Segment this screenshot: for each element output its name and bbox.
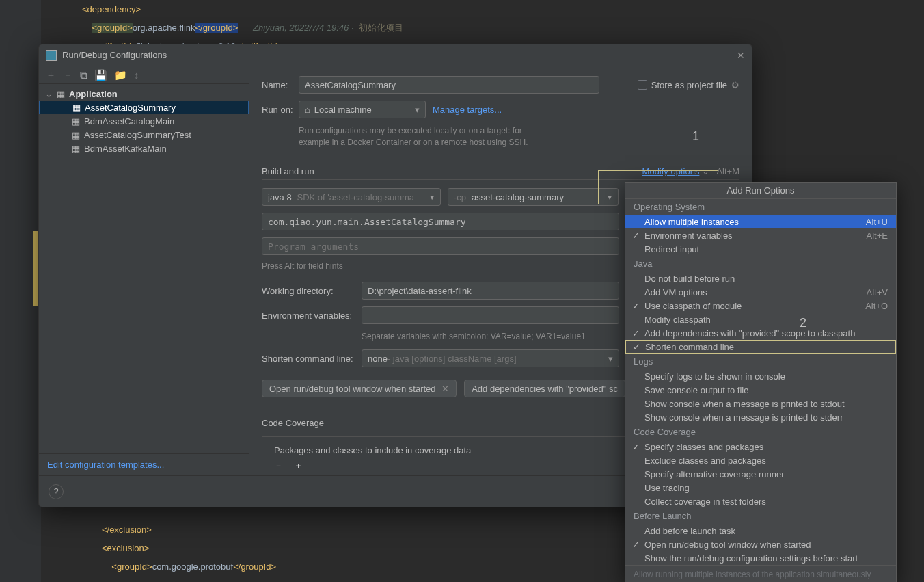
popup-item[interactable]: ✓Environment variablesAlt+E [625,228,896,242]
add-config-button[interactable]: ＋ [46,68,56,81]
popup-item[interactable]: Specify alternative coverage runner [625,467,896,481]
popup-item[interactable]: Allow multiple instancesAlt+U [625,215,896,228]
tag-provided-scope[interactable]: Add dependencies with "provided" sc [464,380,625,397]
help-button[interactable]: ? [49,484,64,499]
callout-1-num: 1 [692,129,699,144]
application-error-icon: ▦ [70,130,81,140]
close-icon[interactable]: ✕ [737,50,745,61]
popup-item[interactable]: ✓Shorten command line [625,340,896,354]
dialog-title: Run/Debug Configurations [62,50,167,60]
popup-group-header: Logs [625,354,896,369]
classpath-select[interactable]: -cp asset-catalog-summary [448,188,619,206]
popup-item[interactable]: Specify logs to be shown in console [625,369,896,383]
runon-select[interactable]: ⌂ Local machine [299,101,426,118]
check-icon: ✓ [632,230,640,241]
copy-config-button[interactable]: ⧉ [80,69,87,81]
sort-button[interactable]: ↕ [134,69,139,81]
check-icon: ✓ [632,328,640,339]
application-icon: ▦ [70,116,81,126]
intellij-icon [46,50,57,61]
popup-group-header: Java [625,256,896,272]
edit-templates-link[interactable]: Edit configuration templates... [47,460,164,470]
callout-2-num: 2 [800,316,806,330]
tree-item-bdm-asset-kafka-main[interactable]: ▦ BdmAssetKafkaMain [39,142,249,155]
popup-group-header: Code Coverage [625,424,896,440]
popup-item[interactable]: Use tracing [625,481,896,494]
popup-group-header: Operating System [625,199,896,215]
wd-input[interactable] [362,282,619,300]
popup-item[interactable]: Add VM optionsAlt+V [625,285,896,299]
name-input[interactable] [299,76,599,94]
modify-options-link[interactable]: Modify options [642,166,700,176]
env-input[interactable] [362,306,619,324]
application-icon: ▦ [70,144,81,153]
application-icon: ▦ [55,89,66,98]
popup-item[interactable]: Show console when a message is printed t… [625,410,896,424]
dialog-titlebar: Run/Debug Configurations ✕ [39,44,752,66]
gear-icon[interactable]: ⚙ [731,80,739,90]
popup-item[interactable]: Do not build before run [625,272,896,285]
store-checkbox[interactable] [638,80,647,90]
scl-select[interactable]: none - java [options] className [args] [362,349,619,367]
popup-item[interactable]: Redirect input [625,242,896,256]
sidebar-toolbar: ＋ － ⧉ 💾 📁 ↕ [39,66,249,84]
expand-icon: ⌄ [44,89,53,99]
env-label: Environment variables: [262,310,362,321]
close-icon[interactable]: ✕ [441,384,449,394]
program-args-input[interactable] [262,237,619,255]
popup-group-header: Before Launch [625,508,896,524]
check-icon: ✓ [632,540,640,550]
build-run-header: Build and run [262,166,314,176]
remove-pkg-button[interactable]: － [274,460,283,471]
name-label: Name: [262,80,299,90]
popup-item[interactable]: Add before launch task [625,524,896,538]
remove-config-button[interactable]: － [63,68,73,81]
runon-label: Run on: [262,105,299,115]
save-config-button[interactable]: 💾 [94,69,107,81]
tree-node-application[interactable]: ⌄ ▦ Application [39,87,249,101]
main-class-input[interactable] [262,213,619,230]
popup-item[interactable]: Show console when a message is printed t… [625,397,896,410]
popup-item[interactable]: Collect coverage in test folders [625,494,896,508]
tree-item-bdm-asset-catalog-main[interactable]: ▦ BdmAssetCatalogMain [39,114,249,128]
application-icon: ▦ [71,103,82,112]
modify-shortcut: Alt+M [716,166,739,176]
scl-label: Shorten command line: [262,354,362,364]
popup-footer-hint: Allow running multiple instances of the … [625,565,896,582]
check-icon: ✓ [633,342,640,352]
chevron-down-icon: ⌄ [702,166,709,176]
popup-item[interactable]: ✓Add dependencies with "provided" scope … [625,326,896,340]
config-tree: ⌄ ▦ Application ▦ AssetCatalogSummary ▦ … [39,84,249,453]
home-icon: ⌂ [305,105,310,115]
runon-help: Run configurations may be executed local… [299,125,552,148]
check-icon: ✓ [632,301,640,311]
popup-item[interactable]: Save console output to file [625,383,896,397]
tree-item-asset-catalog-summary-test[interactable]: ▦ AssetCatalogSummaryTest [39,128,249,142]
wd-label: Working directory: [262,286,362,296]
popup-title: Add Run Options [625,183,896,199]
store-label: Store as project file [651,80,727,90]
popup-item[interactable]: ✓Open run/debug tool window when started [625,538,896,551]
add-run-options-popup: Add Run Options Operating SystemAllow mu… [625,182,897,582]
jdk-select[interactable]: java 8 SDK of 'asset-catalog-summa [262,188,441,206]
popup-item[interactable]: Modify classpath [625,313,896,326]
popup-item[interactable]: ✓Specify classes and packages [625,440,896,453]
popup-item[interactable]: ✓Use classpath of moduleAlt+O [625,299,896,313]
manage-targets-link[interactable]: Manage targets... [433,105,502,115]
folder-button[interactable]: 📁 [114,69,127,81]
popup-item[interactable]: Exclude classes and packages [625,453,896,467]
tree-item-asset-catalog-summary[interactable]: ▦ AssetCatalogSummary [39,101,249,114]
popup-item[interactable]: Show the run/debug configuration setting… [625,551,896,565]
check-icon: ✓ [632,442,640,452]
config-sidebar: ＋ － ⧉ 💾 📁 ↕ ⌄ ▦ Application ▦ AssetCatal… [39,66,249,475]
add-pkg-button[interactable]: ＋ [294,460,303,471]
tag-open-tool-window[interactable]: Open run/debug tool window when started … [262,380,457,397]
